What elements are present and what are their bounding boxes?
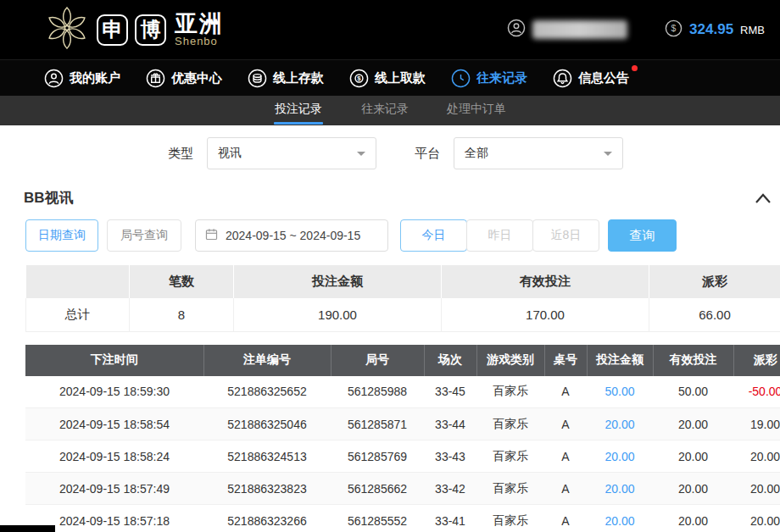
- cell-session: 33-44: [424, 408, 476, 441]
- balance-currency: RMB: [740, 24, 765, 36]
- tab-betting-records[interactable]: 投注记录: [274, 96, 323, 125]
- nav-label: 往来记录: [476, 70, 527, 86]
- summary-total-row: 总计 8 190.00 170.00 66.00: [26, 298, 780, 331]
- top-header: 申 博 亚洲 Shenbo $ 324.95 RMB: [0, 0, 780, 59]
- cell-payout: 20.00: [733, 473, 780, 505]
- tab-processing-orders[interactable]: 处理中订单: [447, 96, 506, 125]
- calendar-icon: [204, 227, 219, 244]
- gift-icon: [146, 69, 165, 88]
- svg-text:$: $: [671, 23, 677, 33]
- balance-amount: 324.95: [689, 21, 733, 38]
- bell-icon: [553, 69, 572, 88]
- cell-session: 33-45: [424, 376, 476, 408]
- cell-bet-time: 2024-09-15 18:58:54: [25, 408, 203, 441]
- site-logo[interactable]: 申 博 亚洲 Shenbo: [44, 5, 224, 54]
- tab-label: 往来记录: [361, 102, 409, 117]
- cell-bet-id: 521886324513: [203, 441, 331, 473]
- header-payout: 派彩: [733, 345, 780, 376]
- type-select[interactable]: 视讯: [207, 137, 376, 169]
- platform-select[interactable]: 全部: [454, 137, 623, 169]
- user-avatar-icon: [507, 19, 526, 41]
- cell-valid-bet: 50.00: [653, 376, 733, 408]
- cell-payout: 20.00: [733, 441, 780, 473]
- header-session: 场次: [424, 345, 476, 376]
- cell-bet-time: 2024-09-15 18:59:30: [25, 376, 203, 408]
- cell-bet-time: 2024-09-15 18:57:49: [25, 473, 203, 505]
- nav-item-withdraw[interactable]: $ 线上取款: [349, 69, 426, 88]
- cell-bet-amount-link[interactable]: 50.00: [587, 376, 653, 408]
- tab-label: 投注记录: [275, 102, 322, 117]
- deposit-coin-icon: [248, 69, 267, 88]
- date-range-value: 2024-09-15 ~ 2024-09-15: [226, 229, 360, 242]
- today-button[interactable]: 今日: [400, 219, 467, 252]
- cell-payout: 20.00: [733, 505, 780, 532]
- user-icon: [44, 69, 64, 88]
- last-8-days-button[interactable]: 近8日: [532, 219, 599, 252]
- date-range-input[interactable]: 2024-09-15 ~ 2024-09-15: [195, 219, 388, 252]
- cell-valid-bet: 20.00: [653, 473, 733, 505]
- notification-dot: [632, 65, 638, 71]
- type-select-value: 视讯: [218, 146, 242, 161]
- cell-bet-amount-link[interactable]: 20.00: [587, 408, 653, 441]
- logo-char-bo: 博: [135, 14, 166, 46]
- date-query-button[interactable]: 日期查询: [25, 219, 98, 252]
- brand-region: 亚洲: [175, 12, 224, 36]
- cell-round-id: 561285662: [331, 473, 424, 505]
- cell-table-no: A: [544, 376, 587, 408]
- account-area: $ 324.95 RMB: [507, 19, 768, 41]
- cell-game-type: 百家乐: [476, 408, 544, 441]
- header-bet-amount: 投注金额: [587, 345, 653, 376]
- summary-payout: 66.00: [649, 298, 780, 331]
- logo-char-shen: 申: [97, 14, 128, 46]
- nav-item-deposit[interactable]: 线上存款: [248, 69, 324, 88]
- summary-valid-bet: 170.00: [442, 298, 649, 331]
- summary-count: 8: [130, 298, 234, 331]
- record-subtabs: 投注记录 往来记录 处理中订单: [0, 96, 780, 125]
- header-valid-bet: 有效投注: [653, 345, 733, 376]
- nav-item-records[interactable]: 往来记录: [451, 69, 527, 88]
- cell-valid-bet: 20.00: [653, 408, 733, 441]
- tab-transaction-records[interactable]: 往来记录: [360, 96, 410, 125]
- nav-label: 线上存款: [273, 70, 324, 86]
- summary-header-valid-bet: 有效投注: [442, 265, 649, 298]
- filter-row: 类型 视讯 平台 全部: [0, 125, 780, 180]
- section-title: BB视讯: [24, 188, 74, 208]
- history-clock-icon: [451, 69, 471, 88]
- footer-strip: [0, 525, 55, 532]
- platform-label: 平台: [415, 146, 440, 162]
- summary-bet-amount: 190.00: [234, 298, 442, 331]
- cell-game-type: 百家乐: [476, 505, 544, 532]
- summary-header-bet-amount: 投注金额: [234, 265, 442, 298]
- yesterday-button[interactable]: 昨日: [466, 219, 533, 252]
- summary-table: 笔数 投注金额 有效投注 派彩 总计 8 190.00 170.00 66.00: [25, 265, 780, 332]
- round-query-button[interactable]: 局号查询: [107, 219, 181, 252]
- cell-game-type: 百家乐: [476, 473, 544, 505]
- header-bet-id: 注单编号: [203, 345, 331, 376]
- cell-bet-time: 2024-09-15 18:58:24: [25, 441, 203, 473]
- nav-label: 我的账户: [70, 70, 120, 86]
- cell-payout: -50.00: [733, 376, 780, 408]
- coin-icon: $: [665, 19, 682, 41]
- cell-payout: 19.00: [733, 408, 780, 441]
- cell-session: 33-42: [424, 473, 476, 505]
- cell-session: 33-43: [424, 441, 476, 473]
- header-game-type: 游戏类别: [476, 345, 544, 376]
- cell-round-id: 561285552: [331, 505, 424, 532]
- cell-bet-amount-link[interactable]: 20.00: [587, 441, 653, 473]
- header-round-id: 局号: [331, 345, 424, 376]
- chevron-up-icon[interactable]: [755, 192, 772, 204]
- cell-valid-bet: 20.00: [653, 441, 733, 473]
- nav-item-promotions[interactable]: 优惠中心: [146, 69, 222, 88]
- nav-label: 优惠中心: [171, 70, 222, 86]
- query-bar: 日期查询 局号查询 2024-09-15 ~ 2024-09-15 今日 昨日 …: [0, 214, 780, 258]
- search-button[interactable]: 查询: [608, 219, 677, 252]
- cell-bet-amount-link[interactable]: 20.00: [587, 473, 653, 505]
- nav-item-announcements[interactable]: 信息公告: [553, 69, 629, 88]
- table-row: 2024-09-15 18:57:18 521886323266 5612855…: [25, 505, 780, 532]
- type-label: 类型: [168, 146, 193, 162]
- cell-game-type: 百家乐: [476, 441, 544, 473]
- main-nav: 我的账户 优惠中心 线上存款 $: [0, 59, 780, 96]
- nav-item-my-account[interactable]: 我的账户: [44, 69, 120, 88]
- cell-bet-amount-link[interactable]: 20.00: [587, 505, 653, 532]
- table-row: 2024-09-15 18:58:24 521886324513 5612857…: [25, 441, 780, 473]
